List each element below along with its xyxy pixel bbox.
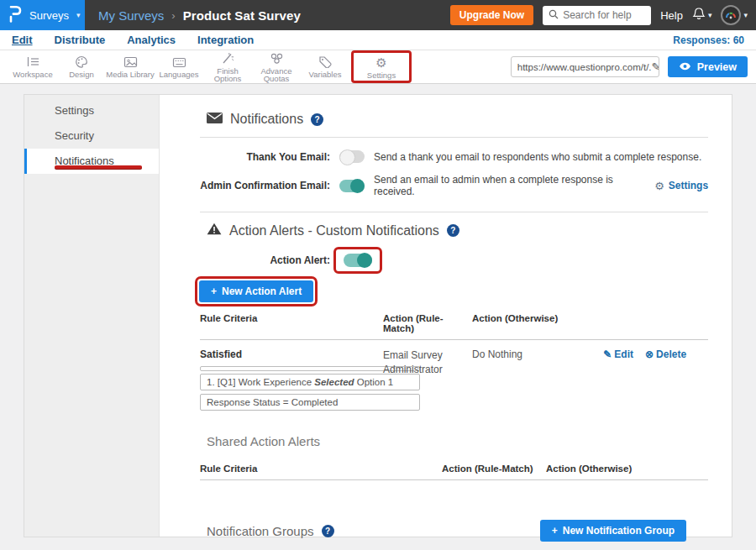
image-icon <box>106 55 155 68</box>
account-menu-button[interactable]: ▾ <box>721 5 748 25</box>
new-notification-group-button[interactable]: + New Notification Group <box>540 520 686 542</box>
upgrade-now-button[interactable]: Upgrade Now <box>450 5 533 25</box>
workspace-icon <box>8 55 57 68</box>
action-alert-label: Action Alert: <box>200 254 330 266</box>
rule-criteria-cell: Satisfied 1. [Q1] Work Experience Select… <box>200 348 383 414</box>
help-search[interactable] <box>543 6 651 25</box>
notification-groups-header: Notification Groups ? + New Notification… <box>200 520 708 542</box>
action-alert-toggle[interactable] <box>344 254 372 267</box>
sidebar-item-notifications[interactable]: Notifications <box>24 149 159 174</box>
sidebar-item-settings[interactable]: Settings <box>24 98 159 123</box>
toolbar-item-languages[interactable]: Languages <box>155 55 203 79</box>
settings-content: Settings Security Notifications Notifica… <box>0 85 756 550</box>
edit-alert-link[interactable]: ✎ Edit <box>603 348 633 360</box>
chevron-down-icon: ▾ <box>76 12 81 19</box>
action-alerts-section-header: Action Alerts - Custom Notifications ? <box>207 223 708 238</box>
new-action-alert-row: + New Action Alert <box>195 276 708 306</box>
survey-nav-tabs: Edit Distribute Analytics Integration Re… <box>0 30 756 50</box>
help-link[interactable]: Help <box>660 9 683 22</box>
section-divider <box>200 212 708 212</box>
action-alerts-help-icon[interactable]: ? <box>447 224 459 237</box>
edit-url-pencil-icon[interactable]: ✎ <box>652 60 659 73</box>
notifications-help-icon[interactable]: ? <box>311 113 323 126</box>
admin-confirmation-toggle[interactable] <box>339 180 365 192</box>
toolbar-item-media-library[interactable]: Media Library <box>106 55 155 79</box>
breadcrumb: My Surveys › Product Sat Survey <box>98 8 301 23</box>
header-action-otherwise: Action (Otherwise) <box>472 313 573 333</box>
settings-card: Settings Security Notifications Notifica… <box>24 94 732 537</box>
edit-toolbar: Workspace Design Media Library Languages… <box>0 50 756 84</box>
admin-email-settings-link[interactable]: ⚙ Settings <box>654 180 708 192</box>
toolbar-item-advance-quotas[interactable]: Advance Quotas <box>252 51 301 83</box>
thank-you-email-label: Thank You Email: <box>200 151 330 163</box>
tab-integration[interactable]: Integration <box>197 34 254 46</box>
chevron-down-icon: ▾ <box>743 12 748 19</box>
header-action-rule-match: Action (Rule-Match) <box>383 313 472 333</box>
warning-triangle-icon <box>207 223 222 238</box>
delete-alert-link[interactable]: ⊗ Delete <box>645 348 686 360</box>
tab-distribute[interactable]: Distribute <box>55 34 106 46</box>
circle-x-icon: ⊗ <box>645 348 654 360</box>
notifications-annotation-underline <box>55 165 142 169</box>
chain-links-icon <box>252 51 301 65</box>
magic-wand-icon <box>203 51 252 65</box>
action-alerts-table-header: Rule Criteria Action (Rule-Match) Action… <box>200 313 708 340</box>
sidebar-item-security[interactable]: Security <box>24 123 159 149</box>
breadcrumb-current-survey: Product Sat Survey <box>183 8 301 23</box>
notifications-title: Notifications <box>230 112 303 127</box>
keyboard-icon <box>155 55 203 68</box>
breadcrumb-my-surveys[interactable]: My Surveys <box>98 8 164 23</box>
header-rule-criteria: Rule Criteria <box>200 464 442 474</box>
thank-you-email-toggle[interactable] <box>339 150 365 163</box>
header-action-rule-match: Action (Rule-Match) <box>442 464 546 474</box>
shared-alerts-table-header: Rule Criteria Action (Rule-Match) Action… <box>200 464 708 480</box>
toolbar-item-design[interactable]: Design <box>57 55 106 79</box>
responses-count[interactable]: Responses: 60 <box>673 34 744 46</box>
gear-icon: ⚙ <box>654 180 664 192</box>
top-navbar: Surveys ▾ My Surveys › Product Sat Surve… <box>0 0 756 30</box>
product-menu-label: Surveys <box>29 9 69 22</box>
notifications-section-header: Notifications ? <box>200 112 708 138</box>
pencil-icon: ✎ <box>603 348 612 360</box>
product-menu[interactable]: Surveys ▾ <box>0 0 85 30</box>
notifications-bell-button[interactable]: ▾ <box>692 7 712 24</box>
header-action-otherwise: Action (Otherwise) <box>546 464 708 474</box>
questionpro-logo-icon <box>8 3 22 27</box>
action-rule-match-cell: Email Survey Administrator <box>383 348 460 414</box>
shared-action-alerts-title: Shared Action Alerts <box>207 434 708 448</box>
tag-icon <box>301 55 349 68</box>
notification-groups-help-icon[interactable]: ? <box>322 525 334 537</box>
tab-edit[interactable]: Edit <box>12 34 33 46</box>
toolbar-item-finish-options[interactable]: Finish Options <box>203 51 252 83</box>
search-icon <box>549 8 559 23</box>
help-search-input[interactable] <box>563 9 645 21</box>
envelope-icon <box>207 112 223 127</box>
gear-icon: ⚙ <box>357 55 406 69</box>
action-otherwise-cell: Do Nothing <box>472 348 573 414</box>
survey-url-field[interactable]: https://www.questionpro.com/t/. ✎ <box>511 56 659 77</box>
new-action-alert-button[interactable]: + New Action Alert <box>199 280 313 302</box>
toolbar-item-settings[interactable]: ⚙ Settings <box>357 55 406 80</box>
action-alert-table-row: Satisfied 1. [Q1] Work Experience Select… <box>200 340 708 414</box>
action-alerts-title: Action Alerts - Custom Notifications <box>229 223 439 238</box>
settings-sidebar: Settings Security Notifications <box>24 95 160 537</box>
thank-you-email-description: Send a thank you email to respondents wh… <box>374 151 701 163</box>
avatar <box>721 5 741 25</box>
admin-confirmation-description: Send an email to admin when a complete r… <box>374 174 654 197</box>
toolbar-item-workspace[interactable]: Workspace <box>8 55 57 79</box>
header-rule-criteria: Rule Criteria <box>200 313 383 333</box>
bell-icon <box>692 7 706 24</box>
eye-icon <box>679 61 691 73</box>
chevron-down-icon: ▾ <box>708 12 712 19</box>
admin-confirmation-label: Admin Confirmation Email: <box>200 180 330 191</box>
tab-analytics[interactable]: Analytics <box>127 34 176 46</box>
toolbar-item-variables[interactable]: Variables <box>301 55 349 79</box>
palette-icon <box>57 55 106 68</box>
thank-you-email-row: Thank You Email: Send a thank you email … <box>200 150 708 163</box>
settings-annotation-box: ⚙ Settings <box>351 50 412 84</box>
action-alert-annotation-box <box>333 247 382 274</box>
new-action-alert-annotation-box: + New Action Alert <box>195 276 318 306</box>
plus-icon: + <box>552 525 558 537</box>
rule-status: Satisfied <box>200 348 383 360</box>
preview-button[interactable]: Preview <box>668 56 748 77</box>
